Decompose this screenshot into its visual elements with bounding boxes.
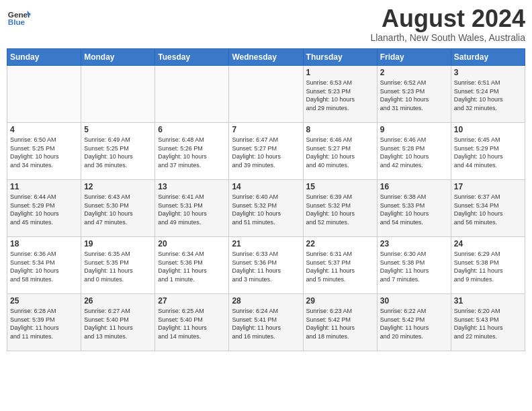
title-area: August 2024 Llanarth, New South Wales, A… (370, 7, 525, 43)
calendar-cell: 18Sunrise: 6:36 AM Sunset: 5:34 PM Dayli… (7, 237, 81, 294)
day-info: Sunrise: 6:46 AM Sunset: 5:27 PM Dayligh… (306, 136, 374, 169)
calendar-cell: 26Sunrise: 6:27 AM Sunset: 5:40 PM Dayli… (81, 294, 155, 351)
day-number: 22 (306, 239, 374, 248)
day-info: Sunrise: 6:52 AM Sunset: 5:23 PM Dayligh… (380, 79, 448, 112)
calendar-cell: 21Sunrise: 6:33 AM Sunset: 5:36 PM Dayli… (229, 237, 303, 294)
logo-icon: General Blue (7, 7, 31, 31)
day-info: Sunrise: 6:24 AM Sunset: 5:41 PM Dayligh… (232, 307, 300, 340)
day-info: Sunrise: 6:50 AM Sunset: 5:25 PM Dayligh… (10, 136, 78, 169)
day-number: 17 (454, 182, 522, 191)
day-info: Sunrise: 6:29 AM Sunset: 5:38 PM Dayligh… (454, 250, 522, 283)
calendar-cell: 19Sunrise: 6:35 AM Sunset: 5:35 PM Dayli… (81, 237, 155, 294)
weekday-header-thursday: Thursday (303, 49, 377, 66)
calendar-cell: 20Sunrise: 6:34 AM Sunset: 5:36 PM Dayli… (155, 237, 229, 294)
day-info: Sunrise: 6:44 AM Sunset: 5:29 PM Dayligh… (10, 193, 78, 226)
calendar-cell: 15Sunrise: 6:39 AM Sunset: 5:32 PM Dayli… (303, 180, 377, 237)
day-info: Sunrise: 6:53 AM Sunset: 5:23 PM Dayligh… (306, 79, 374, 112)
day-number: 11 (10, 182, 78, 191)
day-info: Sunrise: 6:34 AM Sunset: 5:36 PM Dayligh… (158, 250, 226, 283)
day-info: Sunrise: 6:35 AM Sunset: 5:35 PM Dayligh… (84, 250, 152, 283)
day-info: Sunrise: 6:51 AM Sunset: 5:24 PM Dayligh… (454, 79, 522, 112)
weekday-header-tuesday: Tuesday (155, 49, 229, 66)
day-info: Sunrise: 6:41 AM Sunset: 5:31 PM Dayligh… (158, 193, 226, 226)
day-number: 25 (10, 296, 78, 306)
calendar-week-row: 1Sunrise: 6:53 AM Sunset: 5:23 PM Daylig… (7, 66, 525, 123)
calendar-cell: 17Sunrise: 6:37 AM Sunset: 5:34 PM Dayli… (451, 180, 525, 237)
day-info: Sunrise: 6:30 AM Sunset: 5:38 PM Dayligh… (380, 250, 448, 283)
weekday-header-sunday: Sunday (7, 49, 81, 66)
calendar-week-row: 25Sunrise: 6:28 AM Sunset: 5:39 PM Dayli… (7, 294, 525, 351)
calendar-cell: 1Sunrise: 6:53 AM Sunset: 5:23 PM Daylig… (303, 66, 377, 123)
day-number: 5 (84, 125, 152, 134)
calendar-week-row: 18Sunrise: 6:36 AM Sunset: 5:34 PM Dayli… (7, 237, 525, 294)
calendar-cell: 27Sunrise: 6:25 AM Sunset: 5:40 PM Dayli… (155, 294, 229, 351)
day-info: Sunrise: 6:49 AM Sunset: 5:25 PM Dayligh… (84, 136, 152, 169)
weekday-header-wednesday: Wednesday (229, 49, 303, 66)
day-info: Sunrise: 6:38 AM Sunset: 5:33 PM Dayligh… (380, 193, 448, 226)
day-number: 26 (84, 296, 152, 306)
calendar-cell: 11Sunrise: 6:44 AM Sunset: 5:29 PM Dayli… (7, 180, 81, 237)
day-info: Sunrise: 6:25 AM Sunset: 5:40 PM Dayligh… (158, 307, 226, 340)
calendar-cell: 28Sunrise: 6:24 AM Sunset: 5:41 PM Dayli… (229, 294, 303, 351)
calendar-cell: 4Sunrise: 6:50 AM Sunset: 5:25 PM Daylig… (7, 123, 81, 180)
day-info: Sunrise: 6:45 AM Sunset: 5:29 PM Dayligh… (454, 136, 522, 169)
calendar-cell: 6Sunrise: 6:48 AM Sunset: 5:26 PM Daylig… (155, 123, 229, 180)
weekday-header-saturday: Saturday (451, 49, 525, 66)
calendar-cell: 31Sunrise: 6:20 AM Sunset: 5:43 PM Dayli… (451, 294, 525, 351)
day-number: 10 (454, 125, 522, 134)
calendar-cell: 24Sunrise: 6:29 AM Sunset: 5:38 PM Dayli… (451, 237, 525, 294)
day-number: 7 (232, 125, 300, 134)
calendar-cell (229, 66, 303, 123)
calendar-cell: 3Sunrise: 6:51 AM Sunset: 5:24 PM Daylig… (451, 66, 525, 123)
calendar-cell: 23Sunrise: 6:30 AM Sunset: 5:38 PM Dayli… (377, 237, 451, 294)
day-number: 6 (158, 125, 226, 134)
day-number: 8 (306, 125, 374, 134)
day-info: Sunrise: 6:36 AM Sunset: 5:34 PM Dayligh… (10, 250, 78, 283)
day-info: Sunrise: 6:39 AM Sunset: 5:32 PM Dayligh… (306, 193, 374, 226)
day-number: 30 (380, 296, 448, 306)
day-info: Sunrise: 6:33 AM Sunset: 5:36 PM Dayligh… (232, 250, 300, 283)
day-number: 31 (454, 296, 522, 306)
month-year-title: August 2024 (370, 7, 525, 31)
calendar-cell: 14Sunrise: 6:40 AM Sunset: 5:32 PM Dayli… (229, 180, 303, 237)
day-info: Sunrise: 6:23 AM Sunset: 5:42 PM Dayligh… (306, 307, 374, 340)
day-info: Sunrise: 6:46 AM Sunset: 5:28 PM Dayligh… (380, 136, 448, 169)
weekday-header-monday: Monday (81, 49, 155, 66)
day-info: Sunrise: 6:22 AM Sunset: 5:42 PM Dayligh… (380, 307, 448, 340)
day-number: 27 (158, 296, 226, 306)
svg-text:Blue: Blue (8, 17, 26, 26)
calendar-cell: 29Sunrise: 6:23 AM Sunset: 5:42 PM Dayli… (303, 294, 377, 351)
page-header: General Blue August 2024 Llanarth, New S… (7, 7, 525, 43)
calendar-cell: 12Sunrise: 6:43 AM Sunset: 5:30 PM Dayli… (81, 180, 155, 237)
weekday-header-friday: Friday (377, 49, 451, 66)
weekday-header-row: SundayMondayTuesdayWednesdayThursdayFrid… (7, 49, 525, 66)
day-number: 14 (232, 182, 300, 191)
day-number: 23 (380, 239, 448, 248)
day-info: Sunrise: 6:43 AM Sunset: 5:30 PM Dayligh… (84, 193, 152, 226)
day-number: 13 (158, 182, 226, 191)
calendar-cell: 16Sunrise: 6:38 AM Sunset: 5:33 PM Dayli… (377, 180, 451, 237)
calendar-cell: 7Sunrise: 6:47 AM Sunset: 5:27 PM Daylig… (229, 123, 303, 180)
calendar-cell: 2Sunrise: 6:52 AM Sunset: 5:23 PM Daylig… (377, 66, 451, 123)
day-number: 12 (84, 182, 152, 191)
calendar-cell: 5Sunrise: 6:49 AM Sunset: 5:25 PM Daylig… (81, 123, 155, 180)
day-number: 2 (380, 68, 448, 77)
day-number: 18 (10, 239, 78, 248)
calendar-table: SundayMondayTuesdayWednesdayThursdayFrid… (7, 48, 525, 351)
day-number: 21 (232, 239, 300, 248)
day-info: Sunrise: 6:40 AM Sunset: 5:32 PM Dayligh… (232, 193, 300, 226)
calendar-cell: 10Sunrise: 6:45 AM Sunset: 5:29 PM Dayli… (451, 123, 525, 180)
day-number: 1 (306, 68, 374, 77)
calendar-cell: 9Sunrise: 6:46 AM Sunset: 5:28 PM Daylig… (377, 123, 451, 180)
day-number: 29 (306, 296, 374, 306)
day-info: Sunrise: 6:47 AM Sunset: 5:27 PM Dayligh… (232, 136, 300, 169)
day-number: 3 (454, 68, 522, 77)
day-number: 24 (454, 239, 522, 248)
day-info: Sunrise: 6:37 AM Sunset: 5:34 PM Dayligh… (454, 193, 522, 226)
calendar-cell: 22Sunrise: 6:31 AM Sunset: 5:37 PM Dayli… (303, 237, 377, 294)
day-info: Sunrise: 6:27 AM Sunset: 5:40 PM Dayligh… (84, 307, 152, 340)
day-number: 15 (306, 182, 374, 191)
day-number: 9 (380, 125, 448, 134)
day-info: Sunrise: 6:20 AM Sunset: 5:43 PM Dayligh… (454, 307, 522, 340)
day-number: 19 (84, 239, 152, 248)
